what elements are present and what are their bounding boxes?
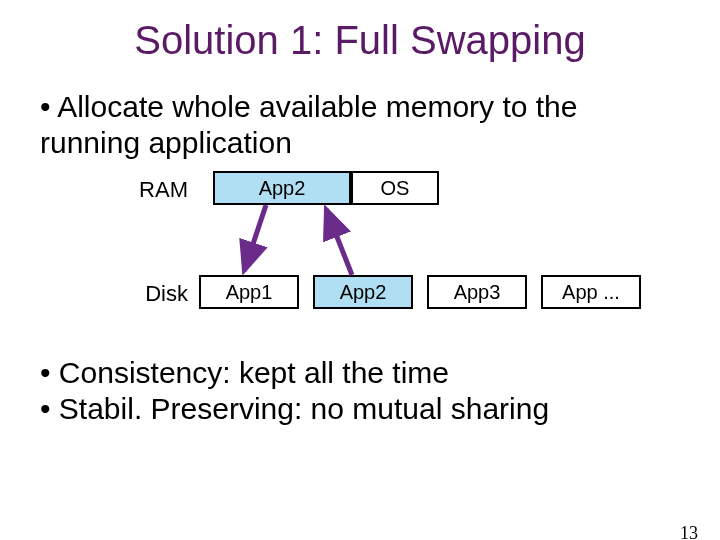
disk-app1-box: App1 xyxy=(199,275,299,309)
disk-app-etc-box: App ... xyxy=(541,275,641,309)
disk-app2-box: App2 xyxy=(313,275,413,309)
diagram: RAM Disk App2 OS App1 App2 App3 App ... xyxy=(0,171,720,351)
bullet-list-top: Allocate whole available memory to the r… xyxy=(0,89,720,161)
svg-line-0 xyxy=(244,205,266,271)
bullet-list-bottom: Consistency: kept all the time Stabil. P… xyxy=(0,355,720,427)
bullet-intro: Allocate whole available memory to the r… xyxy=(40,89,680,161)
page-number: 13 xyxy=(680,523,698,540)
ram-label: RAM xyxy=(118,177,188,203)
disk-label: Disk xyxy=(118,281,188,307)
disk-app3-box: App3 xyxy=(427,275,527,309)
svg-line-1 xyxy=(326,209,352,275)
bullet-consistency: Consistency: kept all the time xyxy=(40,355,680,391)
slide-title: Solution 1: Full Swapping xyxy=(0,18,720,63)
ram-app-box: App2 xyxy=(213,171,351,205)
ram-os-box: OS xyxy=(351,171,439,205)
slide: Solution 1: Full Swapping Allocate whole… xyxy=(0,18,720,540)
bullet-stability: Stabil. Preserving: no mutual sharing xyxy=(40,391,680,427)
